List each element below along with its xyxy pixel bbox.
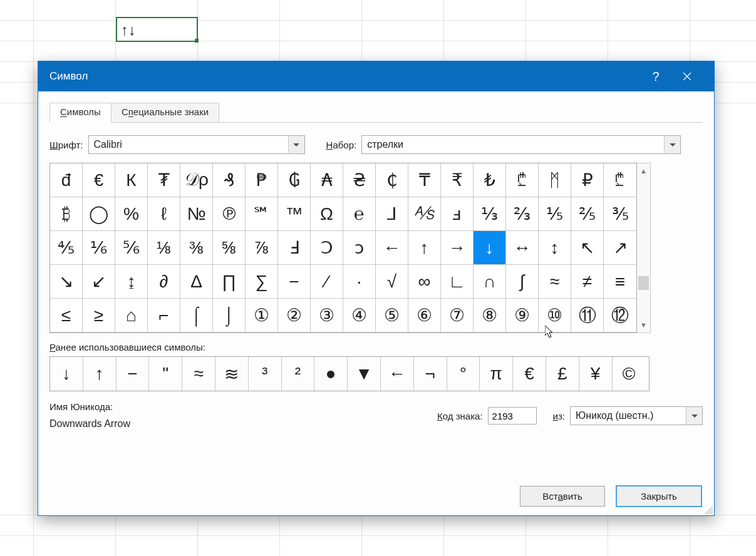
symbol-cell[interactable]: ↄ xyxy=(343,231,376,265)
symbol-cell[interactable]: ↘ xyxy=(50,265,83,299)
symbol-cell[interactable]: ≠ xyxy=(571,265,604,299)
grid-scrollbar[interactable]: ▲ ▼ xyxy=(637,163,651,333)
symbol-cell[interactable]: ↔ xyxy=(506,231,539,265)
symbol-cell[interactable]: ↑ xyxy=(408,231,441,265)
symbol-cell[interactable]: € xyxy=(83,163,115,197)
symbol-cell[interactable]: ₽ xyxy=(571,163,604,197)
recent-symbol-cell[interactable]: " xyxy=(149,357,182,391)
symbol-cell[interactable]: − xyxy=(278,265,311,299)
symbol-cell[interactable]: ₮ xyxy=(148,163,180,197)
symbol-cell[interactable]: ④ xyxy=(343,299,376,332)
symbol-cell[interactable]: ↖ xyxy=(571,231,604,265)
symbol-cell[interactable]: ∕ xyxy=(311,265,343,299)
recent-symbol-cell[interactable]: ³ xyxy=(249,357,282,391)
symbol-cell[interactable]: ₺ xyxy=(474,163,506,197)
symbol-cell[interactable]: ₲ xyxy=(278,163,311,197)
symbol-cell[interactable]: ⅘ xyxy=(50,231,83,265)
symbol-cell[interactable]: ⅛ xyxy=(148,231,180,265)
symbol-cell[interactable]: ≤ xyxy=(50,299,83,332)
recent-symbol-cell[interactable]: − xyxy=(117,357,150,391)
recent-symbol-cell[interactable]: ¬ xyxy=(414,357,447,391)
symbol-cell[interactable]: ② xyxy=(278,299,311,332)
symbol-cell[interactable]: ℗ xyxy=(213,197,246,231)
symbol-cell[interactable]: Ↄ xyxy=(311,231,343,265)
symbol-cell[interactable]: ∩ xyxy=(474,265,506,299)
symbol-cell[interactable]: ₴ xyxy=(343,163,376,197)
symbol-cell[interactable]: ≥ xyxy=(83,299,115,332)
symbol-cell[interactable]: ₰ xyxy=(213,163,246,197)
recent-symbol-cell[interactable]: ≋ xyxy=(215,357,249,391)
recent-symbol-cell[interactable]: ↓ xyxy=(50,357,83,391)
symbol-cell[interactable]: ⅖ xyxy=(571,197,604,231)
symbol-cell[interactable]: ∙ xyxy=(343,265,376,299)
symbol-cell[interactable]: đ xyxy=(50,163,83,197)
help-button[interactable]: ? xyxy=(640,61,671,91)
symbol-cell[interactable]: ⑧ xyxy=(474,299,506,332)
recent-symbol-cell[interactable]: ° xyxy=(447,357,480,391)
symbol-cell[interactable]: ℮ xyxy=(343,197,376,231)
resize-grip-icon[interactable] xyxy=(703,504,713,514)
active-cell[interactable]: ↑↓ xyxy=(116,17,198,42)
code-input[interactable] xyxy=(488,407,537,425)
scroll-up-icon[interactable]: ▲ xyxy=(640,166,647,176)
symbol-cell[interactable]: ⑨ xyxy=(506,299,539,332)
symbol-cell[interactable]: ③ xyxy=(311,299,343,332)
symbol-cell[interactable]: ⅕ xyxy=(539,197,571,231)
symbol-cell[interactable]: ∏ xyxy=(213,265,246,299)
symbol-cell[interactable]: ← xyxy=(376,231,408,265)
close-icon[interactable] xyxy=(671,61,703,91)
recent-symbol-cell[interactable]: π xyxy=(480,357,513,391)
scroll-down-icon[interactable]: ▼ xyxy=(640,320,647,330)
symbol-cell[interactable]: √ xyxy=(376,265,408,299)
symbol-cell[interactable]: ↕ xyxy=(539,231,571,265)
symbol-cell[interactable]: ∑ xyxy=(246,265,278,299)
recent-symbol-cell[interactable]: ▼ xyxy=(348,357,381,391)
symbol-cell[interactable]: ≈ xyxy=(539,265,571,299)
recent-symbol-cell[interactable]: ¥ xyxy=(579,357,613,391)
symbol-cell[interactable]: → xyxy=(441,231,474,265)
symbol-cell[interactable]: ∂ xyxy=(148,265,180,299)
symbol-cell[interactable]: ⅎ xyxy=(441,197,474,231)
close-button[interactable]: Закрыть xyxy=(616,486,702,507)
subset-select[interactable]: стрелки xyxy=(361,135,681,154)
symbol-cell[interactable]: ⌐ xyxy=(148,299,180,332)
symbol-cell[interactable]: ⅝ xyxy=(213,231,246,265)
symbol-cell[interactable]: ∞ xyxy=(408,265,441,299)
symbol-cell[interactable]: ↙ xyxy=(83,265,115,299)
symbol-cell[interactable]: ⌂ xyxy=(115,299,148,332)
symbol-cell[interactable]: % xyxy=(115,197,148,231)
recent-symbol-cell[interactable]: ← xyxy=(381,357,414,391)
scroll-thumb[interactable] xyxy=(638,276,649,290)
recent-symbol-cell[interactable]: © xyxy=(613,357,646,391)
symbol-cell[interactable]: ⑦ xyxy=(441,299,474,332)
from-select[interactable]: Юникод (шестн.) xyxy=(570,406,703,425)
symbol-cell[interactable]: ℓ xyxy=(148,197,180,231)
symbol-cell[interactable]: ⑤ xyxy=(376,299,408,332)
symbol-cell[interactable]: ₳ xyxy=(311,163,343,197)
symbol-cell[interactable]: ₹ xyxy=(441,163,474,197)
symbol-cell[interactable]: ℠ xyxy=(246,197,278,231)
symbol-cell[interactable]: ₾ xyxy=(604,163,636,197)
recent-symbol-cell[interactable]: ↑ xyxy=(83,357,117,391)
font-select[interactable]: Calibri xyxy=(88,135,305,154)
tab-symbols[interactable]: Символы xyxy=(49,103,111,123)
symbol-cell[interactable]: ≡ xyxy=(604,265,636,299)
symbol-cell[interactable]: ⅚ xyxy=(115,231,148,265)
symbol-cell[interactable]: ⑥ xyxy=(408,299,441,332)
symbol-cell[interactable]: К xyxy=(115,163,148,197)
symbol-cell[interactable]: ᛗ xyxy=(539,163,571,197)
symbol-cell[interactable]: ₾ xyxy=(506,163,539,197)
symbol-cell[interactable]: ₵ xyxy=(376,163,408,197)
recent-symbol-cell[interactable]: ≈ xyxy=(182,357,215,391)
symbol-cell[interactable]: ∆ xyxy=(180,265,213,299)
symbol-cell[interactable]: ™ xyxy=(278,197,311,231)
symbol-cell[interactable]: 𝒟ρ xyxy=(180,163,213,197)
symbol-cell[interactable]: ↗ xyxy=(604,231,636,265)
symbol-cell[interactable]: ⅔ xyxy=(506,197,539,231)
symbol-cell[interactable]: Ⅎ xyxy=(278,231,311,265)
symbol-cell[interactable]: ⅜ xyxy=(180,231,213,265)
symbol-cell[interactable]: ⑫ xyxy=(604,299,636,332)
tab-special-chars[interactable]: Специальные знаки xyxy=(111,103,219,123)
recent-symbol-cell[interactable]: € xyxy=(513,357,546,391)
symbol-cell[interactable]: ◯ xyxy=(83,197,115,231)
